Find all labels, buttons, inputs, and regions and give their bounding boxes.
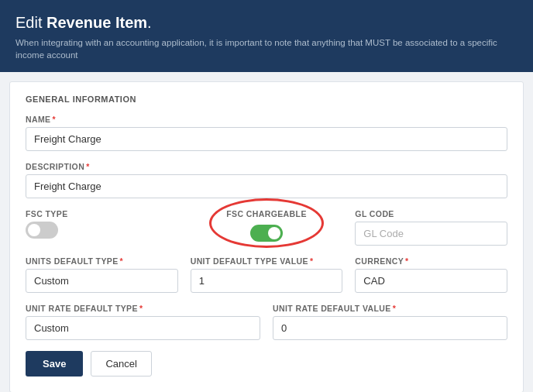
page-title: Edit Revenue Item.: [15, 14, 518, 32]
urdt-required: *: [139, 304, 143, 313]
units-default-type-input[interactable]: [26, 269, 178, 293]
fsc-type-group: FSC Type: [26, 209, 178, 246]
unit-default-type-value-input[interactable]: [191, 269, 343, 293]
desc-required: *: [86, 162, 90, 171]
cancel-button[interactable]: Cancel: [91, 351, 151, 377]
udtv-required: *: [310, 256, 314, 266]
name-label: Name*: [26, 115, 507, 124]
fsc-row: FSC Type FSC Chargeable GL Code: [26, 209, 507, 246]
description-label: Description*: [26, 162, 507, 171]
fsc-chargeable-group: FSC Chargeable: [191, 209, 343, 246]
fsc-type-toggle[interactable]: [26, 222, 58, 239]
gl-code-group: GL Code: [355, 209, 507, 246]
description-field-row: Description*: [26, 162, 507, 198]
unit-default-type-value-group: Unit Default Type Value*: [191, 256, 343, 293]
unit-rate-default-type-input[interactable]: [26, 316, 260, 340]
name-input[interactable]: [26, 127, 507, 151]
fsc-chargeable-label: FSC Chargeable: [226, 209, 307, 218]
unit-rate-default-type-group: Unit Rate Default Type*: [26, 304, 260, 340]
section-title: General Information: [26, 95, 507, 104]
fsc-type-toggle-wrapper: [26, 222, 178, 239]
units-row: Units Default Type* Unit Default Type Va…: [26, 256, 507, 293]
currency-required: *: [405, 256, 409, 266]
gl-code-input[interactable]: [355, 222, 507, 246]
fsc-type-label: FSC Type: [26, 209, 178, 218]
unit-rate-default-type-label: Unit Rate Default Type*: [26, 304, 260, 313]
action-buttons: Save Cancel: [26, 351, 507, 377]
currency-label: Currency*: [355, 256, 507, 266]
unit-default-type-value-label: Unit Default Type Value*: [191, 256, 343, 266]
urdv-required: *: [393, 304, 397, 313]
description-input[interactable]: [26, 174, 507, 198]
unit-rate-row: Unit Rate Default Type* Unit Rate Defaul…: [26, 304, 507, 340]
save-button[interactable]: Save: [26, 351, 83, 377]
form-container: General Information Name* Description* F…: [9, 81, 524, 392]
name-required: *: [53, 115, 57, 124]
currency-input[interactable]: [355, 269, 507, 293]
units-default-type-group: Units Default Type*: [26, 256, 178, 293]
header: Edit Revenue Item. When integrating with…: [0, 0, 533, 72]
header-subtitle: When integrating with an accounting appl…: [15, 36, 518, 61]
gl-code-label: GL Code: [355, 209, 507, 218]
unit-rate-default-value-group: Unit Rate Default Value*: [273, 304, 507, 340]
units-required: *: [120, 256, 124, 266]
fsc-chargeable-toggle[interactable]: [250, 225, 283, 242]
currency-group: Currency*: [355, 256, 507, 293]
name-field-row: Name*: [26, 115, 507, 151]
unit-rate-default-value-label: Unit Rate Default Value*: [273, 304, 507, 313]
fsc-chargeable-toggle-wrapper: [250, 225, 283, 242]
unit-rate-default-value-input[interactable]: [273, 316, 507, 340]
units-default-type-label: Units Default Type*: [26, 256, 178, 266]
